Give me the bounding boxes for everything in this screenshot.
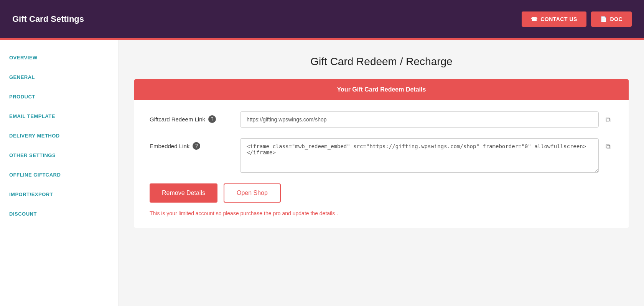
card-header: Your Gift Card Redeem Details bbox=[134, 79, 629, 100]
redeem-link-row: Giftcard Redeem Link ? ⧉ bbox=[150, 111, 613, 128]
sidebar-item-delivery-method[interactable]: DELIVERY METHOD bbox=[0, 126, 119, 146]
page-title: Gift Card Settings bbox=[12, 14, 84, 24]
sidebar-item-overview[interactable]: OVERVIEW bbox=[0, 48, 119, 67]
redeem-link-label: Giftcard Redeem Link bbox=[150, 116, 205, 123]
embedded-link-row: Embedded Link ? ⧉ bbox=[150, 138, 613, 173]
remove-details-button[interactable]: Remove Details bbox=[150, 183, 217, 203]
notice-text: This is your limited account so please p… bbox=[150, 210, 613, 216]
sidebar-item-import-export[interactable]: IMPORT/EXPORT bbox=[0, 185, 119, 204]
sidebar: OVERVIEW GENERAL PRODUCT EMAIL TEMPLATE … bbox=[0, 40, 119, 306]
sidebar-item-discount[interactable]: DISCOUNT bbox=[0, 204, 119, 224]
main-content: Gift Card Redeem / Recharge Your Gift Ca… bbox=[119, 40, 644, 306]
sidebar-item-other-settings[interactable]: OTHER SETTINGS bbox=[0, 146, 119, 165]
sidebar-item-offline-giftcard[interactable]: OFFLINE GIFTCARD bbox=[0, 165, 119, 185]
embedded-link-input-group: ⧉ bbox=[240, 138, 613, 173]
embedded-link-label-group: Embedded Link ? bbox=[150, 138, 234, 150]
embedded-link-label: Embedded Link bbox=[150, 143, 189, 149]
sidebar-item-general[interactable]: GENERAL bbox=[0, 67, 119, 87]
header-buttons: ☎ CONTACT US 📄 DOC bbox=[522, 11, 632, 27]
redeem-link-input[interactable] bbox=[240, 111, 599, 128]
open-shop-button[interactable]: Open Shop bbox=[224, 183, 281, 203]
sidebar-item-product[interactable]: PRODUCT bbox=[0, 87, 119, 106]
header: Gift Card Settings ☎ CONTACT US 📄 DOC bbox=[0, 0, 644, 38]
doc-icon: 📄 bbox=[600, 16, 607, 22]
contact-label: CONTACT US bbox=[540, 16, 577, 22]
embedded-link-copy-icon[interactable]: ⧉ bbox=[603, 141, 613, 152]
redeem-card: Your Gift Card Redeem Details Giftcard R… bbox=[134, 79, 629, 228]
layout: OVERVIEW GENERAL PRODUCT EMAIL TEMPLATE … bbox=[0, 40, 644, 306]
embedded-link-textarea[interactable] bbox=[240, 138, 599, 173]
doc-button[interactable]: 📄 DOC bbox=[591, 11, 632, 27]
card-body: Giftcard Redeem Link ? ⧉ Embedded Link ? bbox=[134, 100, 629, 228]
action-buttons: Remove Details Open Shop bbox=[150, 183, 613, 203]
redeem-link-copy-icon[interactable]: ⧉ bbox=[603, 115, 613, 125]
redeem-link-label-group: Giftcard Redeem Link ? bbox=[150, 111, 234, 123]
doc-label: DOC bbox=[610, 16, 623, 22]
contact-us-button[interactable]: ☎ CONTACT US bbox=[522, 11, 586, 27]
redeem-link-input-group: ⧉ bbox=[240, 111, 613, 128]
phone-icon: ☎ bbox=[531, 16, 538, 22]
redeem-link-help-icon[interactable]: ? bbox=[208, 115, 216, 123]
sidebar-item-email-template[interactable]: EMAIL TEMPLATE bbox=[0, 106, 119, 126]
page-heading: Gift Card Redeem / Recharge bbox=[134, 56, 629, 68]
card-header-title: Your Gift Card Redeem Details bbox=[337, 86, 426, 93]
embedded-link-help-icon[interactable]: ? bbox=[193, 142, 200, 150]
